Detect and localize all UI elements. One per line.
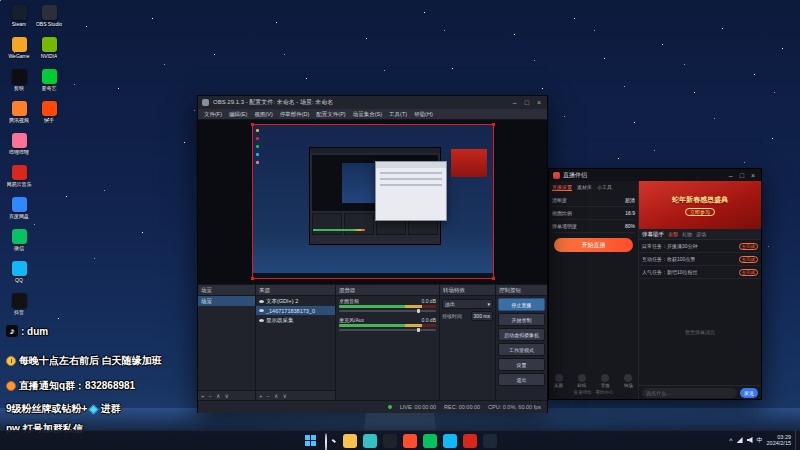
desktop-icon[interactable]: 抖音 <box>5 293 33 315</box>
add-source-button[interactable]: + <box>259 393 263 399</box>
desktop-icon[interactable]: 网易云音乐 <box>5 165 33 187</box>
task-button[interactable]: 去完成 <box>739 256 759 263</box>
companion-field[interactable]: 清晰度超清 <box>552 194 635 207</box>
source-down-button[interactable]: ∨ <box>282 392 286 399</box>
sound-tool[interactable]: 音效 <box>601 374 610 388</box>
transition-tool[interactable]: 转场 <box>624 374 633 388</box>
taskbar-app-steam[interactable] <box>483 434 497 448</box>
volume-icon[interactable] <box>747 437 753 443</box>
volume-slider[interactable] <box>339 329 436 331</box>
desktop-icon[interactable]: 剪映 <box>5 69 33 91</box>
language-indicator[interactable]: 中 <box>757 436 763 445</box>
settings-button[interactable]: 设置 <box>498 358 545 371</box>
source-up-button[interactable]: ∧ <box>274 392 278 399</box>
scene-down-button[interactable]: ∨ <box>224 392 228 399</box>
close-icon[interactable]: × <box>535 99 543 106</box>
selection-handle[interactable] <box>251 123 254 126</box>
obs-titlebar[interactable]: OBS 29.1.3 - 配置文件: 未命名 - 场景: 未命名 – □ × <box>198 96 547 109</box>
menu-profile[interactable]: 配置文件(P) <box>316 111 345 118</box>
taskbar-app-live-companion[interactable] <box>403 434 417 448</box>
show-desktop-button[interactable] <box>795 430 797 450</box>
obs-preview-canvas[interactable] <box>198 120 547 285</box>
scene-up-button[interactable]: ∧ <box>216 392 220 399</box>
menu-view[interactable]: 视图(V) <box>254 111 272 118</box>
transition-select[interactable]: 淡出 ▾ <box>442 299 493 309</box>
chat-tab[interactable]: 进场 <box>696 231 706 237</box>
source-item[interactable]: 文本(GDI+) 2 <box>256 296 335 306</box>
sticker-tool[interactable]: 贴纸 <box>577 374 586 388</box>
source-item[interactable]: 显示器采集 <box>256 315 335 325</box>
menu-edit[interactable]: 编辑(E) <box>229 111 247 118</box>
desktop-icon[interactable]: QQ <box>5 261 33 283</box>
desktop-icon[interactable]: 爱奇艺 <box>35 69 63 91</box>
desktop-icon[interactable]: 百度网盘 <box>5 197 33 219</box>
taskbar-app-file-explorer[interactable] <box>343 434 357 448</box>
start-live-button[interactable]: 开始直播 <box>554 238 633 252</box>
desktop-icon[interactable]: 快手 <box>35 101 63 123</box>
visibility-eye-icon[interactable] <box>259 319 264 322</box>
taskbar-app-edge[interactable] <box>363 434 377 448</box>
companion-nav-tab[interactable]: 小工具 <box>597 184 612 191</box>
taskbar-app-obs[interactable] <box>383 434 397 448</box>
start-button[interactable] <box>303 434 317 448</box>
task-row[interactable]: 互动任务：收获100点赞去完成 <box>639 253 761 266</box>
task-row[interactable]: 日常任务：开播满30分钟去完成 <box>639 240 761 253</box>
hidden-icons-chevron[interactable]: ^ <box>729 437 732 444</box>
desktop-icon[interactable]: Steam <box>5 5 33 27</box>
menu-scene-collection[interactable]: 场景集合(S) <box>353 111 382 118</box>
maximize-icon[interactable]: □ <box>523 99 531 106</box>
remove-scene-button[interactable]: − <box>209 393 213 399</box>
duration-spinner[interactable]: 300 ms <box>471 311 493 321</box>
exit-button[interactable]: 退出 <box>498 373 545 386</box>
minimize-icon[interactable]: – <box>727 172 735 179</box>
maximize-icon[interactable]: □ <box>738 172 746 179</box>
virtual-camera-button[interactable]: 启动虚拟摄像机 <box>498 328 545 341</box>
taskbar-app-wechat[interactable] <box>423 434 437 448</box>
companion-titlebar[interactable]: 直播伴侣 – □ × <box>549 169 761 181</box>
companion-footer[interactable]: 直播规范 · 帮助中心 <box>552 390 635 396</box>
companion-nav-tab[interactable]: 直播设置 <box>552 184 572 191</box>
beauty-tool[interactable]: 美颜 <box>554 374 563 388</box>
scene-item[interactable]: 场景 <box>198 296 255 306</box>
selection-handle[interactable] <box>492 123 495 126</box>
source-item[interactable]: _1467171838173_0 <box>256 306 335 315</box>
desktop-icon[interactable]: 腾讯视频 <box>5 101 33 123</box>
add-scene-button[interactable]: + <box>201 393 205 399</box>
visibility-eye-icon[interactable] <box>259 300 264 303</box>
menu-docks[interactable]: 停靠部件(D) <box>280 111 310 118</box>
desktop-icon[interactable]: WeGame <box>5 37 33 59</box>
promo-banner[interactable]: 蛇年新春感恩盛典 立即参与 <box>639 181 761 229</box>
companion-nav-tab[interactable]: 素材库 <box>577 184 592 191</box>
companion-field[interactable]: 弹幕透明度80% <box>552 220 635 233</box>
start-recording-button[interactable]: 开始录制 <box>498 313 545 326</box>
desktop-icon[interactable]: 微信 <box>5 229 33 251</box>
studio-mode-button[interactable]: 工作室模式 <box>498 343 545 356</box>
taskbar-clock[interactable]: 03:29 2024/2/15 <box>767 434 791 447</box>
menu-help[interactable]: 帮助(H) <box>414 111 433 118</box>
task-button[interactable]: 去完成 <box>739 243 759 250</box>
desktop-icon[interactable]: OBS Studio <box>35 5 63 27</box>
desktop-icon[interactable]: NVIDIA <box>35 37 63 59</box>
companion-field[interactable]: 画面比例16:9 <box>552 207 635 220</box>
network-icon[interactable] <box>737 437 743 443</box>
stop-streaming-button[interactable]: 停止直播 <box>498 298 545 311</box>
remove-source-button[interactable]: − <box>267 393 271 399</box>
chat-input[interactable] <box>642 388 737 398</box>
menu-file[interactable]: 文件(F) <box>204 111 222 118</box>
taskbar-app-qq[interactable] <box>443 434 457 448</box>
selection-handle[interactable] <box>492 277 495 280</box>
task-button[interactable]: 去完成 <box>739 269 759 276</box>
chat-send-button[interactable]: 发送 <box>740 388 758 398</box>
chat-tab[interactable]: 全部 <box>668 231 678 237</box>
taskbar-app-netease-music[interactable] <box>463 434 477 448</box>
task-row[interactable]: 人气任务：新增10位粉丝去完成 <box>639 266 761 279</box>
minimize-icon[interactable]: – <box>511 99 519 106</box>
chat-tab[interactable]: 礼物 <box>682 231 692 237</box>
desktop-icon[interactable]: 哔哩哔哩 <box>5 133 33 155</box>
captured-desktop-source[interactable] <box>253 125 493 278</box>
search-button[interactable] <box>323 434 337 448</box>
menu-tools[interactable]: 工具(T) <box>389 111 407 118</box>
close-icon[interactable]: × <box>749 172 757 179</box>
visibility-eye-icon[interactable] <box>259 309 264 312</box>
promo-banner-button[interactable]: 立即参与 <box>685 208 715 216</box>
